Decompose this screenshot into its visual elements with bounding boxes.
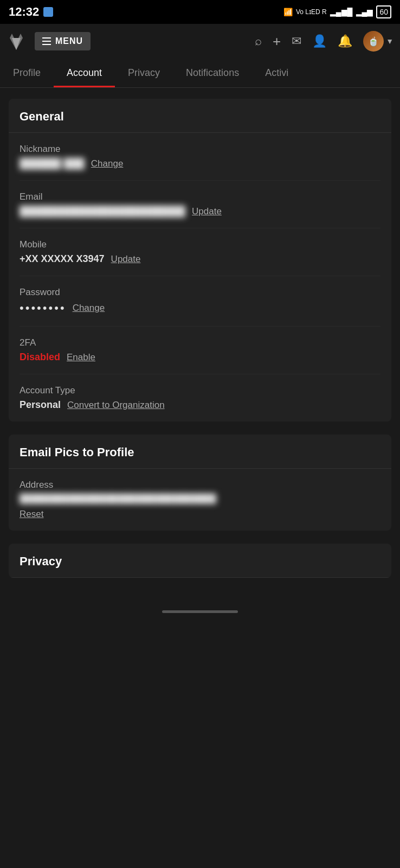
notification-icon: [43, 7, 53, 17]
add-icon[interactable]: +: [273, 33, 281, 50]
search-icon[interactable]: ⌕: [255, 34, 262, 48]
mobile-update-link[interactable]: Update: [111, 254, 141, 265]
privacy-header: Privacy: [9, 544, 391, 578]
home-bar: [162, 610, 238, 613]
email-value-row: ████████████████████████ Update: [20, 206, 380, 217]
account-type-value: Personal: [20, 399, 61, 411]
battery-icon: 60: [376, 5, 391, 18]
signal-bars-2: ▂▄▆: [356, 8, 373, 16]
address-value: ████████████████████████████████: [20, 494, 216, 503]
account-type-field: Account Type Personal Convert to Organiz…: [20, 374, 380, 422]
nickname-change-link[interactable]: Change: [91, 158, 124, 169]
chevron-down-icon: ▼: [386, 37, 393, 46]
email-label: Email: [20, 192, 380, 202]
twofa-value-row: Disabled Enable: [20, 352, 380, 363]
bell-icon[interactable]: 🔔: [338, 34, 352, 48]
mail-icon[interactable]: ✉: [292, 34, 301, 48]
nickname-field: Nickname ██████ ███ Change: [20, 133, 380, 181]
password-dots: ••••••••: [20, 301, 66, 315]
email-pics-body: Address ████████████████████████████████…: [9, 469, 391, 531]
avatar: 🍵: [363, 31, 384, 52]
email-update-link[interactable]: Update: [192, 206, 222, 217]
mobile-value-row: +XX XXXXX X3947 Update: [20, 253, 380, 265]
email-pics-section: Email Pics to Profile Address ██████████…: [9, 435, 391, 531]
convert-to-org-link[interactable]: Convert to Organization: [67, 400, 165, 411]
tab-profile[interactable]: Profile: [0, 59, 54, 87]
account-type-value-row: Personal Convert to Organization: [20, 399, 380, 411]
email-pics-header: Email Pics to Profile: [9, 435, 391, 469]
tab-privacy[interactable]: Privacy: [115, 59, 173, 87]
mobile-value: +XX XXXXX X3947: [20, 253, 105, 265]
email-value: ████████████████████████: [20, 206, 185, 217]
nav-bar: MENU ⌕ + ✉ 👤 🔔 🍵 ▼: [0, 24, 400, 59]
address-label: Address: [20, 480, 380, 490]
email-pics-title: Email Pics to Profile: [20, 445, 134, 459]
address-value-row: ████████████████████████████████: [20, 494, 380, 503]
mobile-label: Mobile: [20, 239, 380, 250]
signal-bars-1: ▂▄▆█: [330, 8, 353, 16]
menu-button[interactable]: MENU: [35, 32, 91, 50]
twofa-enable-link[interactable]: Enable: [67, 352, 95, 363]
twofa-status: Disabled: [20, 352, 60, 363]
general-title: General: [20, 110, 64, 123]
email-field: Email ████████████████████████ Update: [20, 181, 380, 228]
status-time: 12:32: [9, 5, 39, 19]
password-value-row: •••••••• Change: [20, 301, 380, 315]
privacy-section: Privacy: [9, 544, 391, 578]
main-content: General Nickname ██████ ███ Change Email…: [0, 88, 400, 602]
general-section-header: General: [9, 99, 391, 133]
account-type-label: Account Type: [20, 385, 380, 396]
nickname-label: Nickname: [20, 144, 380, 155]
nickname-value-row: ██████ ███ Change: [20, 158, 380, 169]
status-icons: 📶 Vo LɪED R ▂▄▆█ ▂▄▆ 60: [283, 5, 391, 18]
address-reset-link[interactable]: Reset: [20, 509, 43, 519]
twofa-label: 2FA: [20, 337, 380, 348]
tabs-container: Profile Account Privacy Notifications Ac…: [0, 59, 400, 88]
general-section: General Nickname ██████ ███ Change Email…: [9, 99, 391, 422]
address-field: Address ████████████████████████████████…: [20, 469, 380, 531]
tab-notifications[interactable]: Notifications: [173, 59, 252, 87]
signal-text: Vo LɪED R: [296, 8, 327, 16]
hamburger-icon: [42, 37, 51, 45]
tab-account[interactable]: Account: [54, 59, 115, 87]
password-label: Password: [20, 287, 380, 298]
nav-actions: ⌕ + ✉ 👤 🔔 🍵 ▼: [255, 31, 393, 52]
user-icon[interactable]: 👤: [312, 34, 327, 48]
logo: [7, 31, 26, 51]
avatar-container[interactable]: 🍵 ▼: [363, 31, 393, 52]
twofa-field: 2FA Disabled Enable: [20, 327, 380, 374]
mobile-field: Mobile +XX XXXXX X3947 Update: [20, 228, 380, 276]
nickname-value: ██████ ███: [20, 158, 85, 169]
tab-activity[interactable]: Activi: [252, 59, 301, 87]
wifi-icon: 📶: [283, 8, 293, 16]
password-change-link[interactable]: Change: [73, 303, 105, 314]
status-bar: 12:32 📶 Vo LɪED R ▂▄▆█ ▂▄▆ 60: [0, 0, 400, 24]
bottom-indicator: [0, 602, 400, 622]
privacy-title: Privacy: [20, 554, 62, 568]
password-field: Password •••••••• Change: [20, 276, 380, 327]
general-section-body: Nickname ██████ ███ Change Email ███████…: [9, 133, 391, 422]
